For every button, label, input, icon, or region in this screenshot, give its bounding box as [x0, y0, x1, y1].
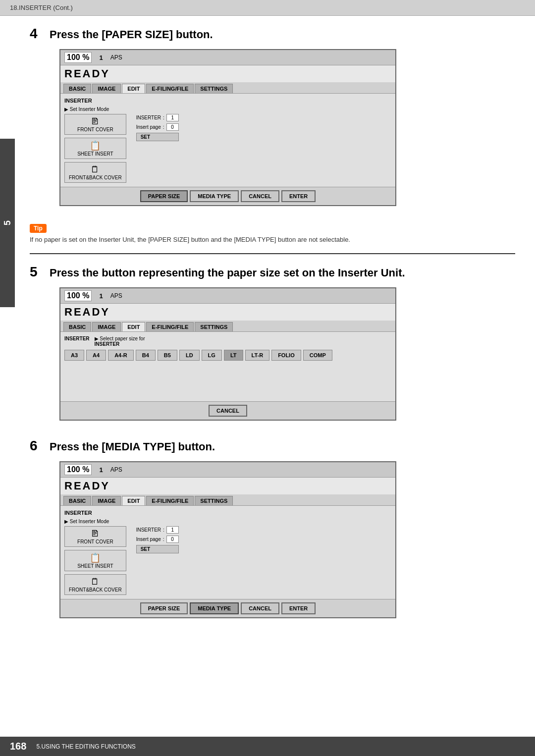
enter-btn[interactable]: ENTER	[281, 190, 316, 202]
cancel-btn[interactable]: CANCEL	[241, 190, 279, 202]
cancel5-btn[interactable]: CANCEL	[209, 405, 247, 417]
screen5-zoom: 100 %	[64, 290, 92, 301]
paper-b5[interactable]: B5	[158, 350, 177, 361]
tab-efiling[interactable]: E-FILING/FILE	[146, 84, 194, 93]
screen6-zoom: 100 %	[64, 464, 92, 475]
tab-settings[interactable]: SETTINGS	[195, 84, 233, 93]
paper-lt[interactable]: LT	[224, 350, 243, 361]
screen6-status: READY	[60, 478, 395, 494]
sheet-insert6-btn[interactable]: 📋 SHEET INSERT	[64, 550, 126, 571]
tab6-efiling[interactable]: E-FILING/FILE	[146, 496, 194, 505]
set-button[interactable]: SET	[136, 133, 179, 141]
tab6-edit[interactable]: EDIT	[122, 496, 145, 505]
screen6-info: INSERTER : 1 Insert page : 0 SET	[136, 526, 179, 595]
accent-number: 5	[2, 220, 13, 225]
tab-edit[interactable]: EDIT	[122, 84, 145, 93]
screen6-aps: APS	[110, 466, 122, 473]
screen5-footer: CANCEL	[60, 401, 395, 420]
tab5-basic[interactable]: BASIC	[63, 322, 91, 331]
paper-ltr[interactable]: LT-R	[245, 350, 270, 361]
paper-a4r[interactable]: A4-R	[108, 350, 134, 361]
screen4-top-bar: 100 % 1 APS	[60, 50, 395, 65]
bottom-bar: 168 5.USING THE EDITING FUNCTIONS	[0, 737, 535, 756]
screen5-status: READY	[60, 304, 395, 321]
screen6-page: 1	[99, 466, 103, 474]
screen4-inserter-label: INSERTER	[64, 98, 391, 104]
screen6-tabs: BASIC IMAGE EDIT E-FILING/FILE SETTINGS	[60, 494, 395, 506]
paper-b4[interactable]: B4	[136, 350, 156, 361]
step4-header: 4 Press the [PAPER SIZE] button.	[30, 26, 515, 42]
step5-number: 5	[30, 264, 44, 280]
screen5-label: INSERTER	[64, 336, 90, 347]
insertpage-value: 0	[166, 123, 179, 131]
screen5-page: 1	[99, 292, 103, 300]
tip-box: Tip If no paper is set on the Inserter U…	[30, 223, 515, 243]
tip-text: If no paper is set on the Inserter Unit,…	[30, 236, 515, 243]
info6-row-insertpage: Insert page : 0	[136, 536, 179, 543]
cancel6-btn[interactable]: CANCEL	[241, 602, 279, 614]
tab5-edit[interactable]: EDIT	[122, 322, 145, 331]
media-type-btn[interactable]: MEDIA TYPE	[190, 190, 239, 202]
front-back6-icon: 🗒	[69, 577, 122, 587]
step4-section: 4 Press the [PAPER SIZE] button. 100 % 1…	[30, 26, 515, 206]
front-back-icon: 🗒	[69, 164, 122, 175]
sheet-insert-icon: 📋	[69, 140, 122, 151]
front-back-cover-btn[interactable]: 🗒 FRONT&BACK COVER	[64, 162, 126, 183]
info-row-insertpage: Insert page : 0	[136, 123, 179, 131]
paper-comp[interactable]: COMP	[303, 350, 332, 361]
tab5-efiling[interactable]: E-FILING/FILE	[146, 322, 194, 331]
tab-basic[interactable]: BASIC	[63, 84, 91, 93]
step6-screen: 100 % 1 APS READY BASIC IMAGE EDIT E-FIL…	[59, 461, 396, 618]
left-accent-bar: 5	[0, 139, 15, 307]
paper-size-btn[interactable]: PAPER SIZE	[140, 190, 188, 202]
inserter-value: 1	[166, 114, 179, 121]
sheet-insert-btn[interactable]: 📋 SHEET INSERT	[64, 138, 126, 159]
paper-a4[interactable]: A4	[86, 350, 106, 361]
tab6-image[interactable]: IMAGE	[92, 496, 121, 505]
paper-a3[interactable]: A3	[64, 350, 84, 361]
step6-header: 6 Press the [MEDIA TYPE] button.	[30, 438, 515, 454]
paper-lg[interactable]: LG	[202, 350, 222, 361]
screen4-page: 1	[99, 54, 103, 61]
front-back6-btn[interactable]: 🗒 FRONT&BACK COVER	[64, 574, 126, 595]
step5-title: Press the button representing the paper …	[50, 267, 405, 279]
info6-row-inserter: INSERTER : 1	[136, 526, 179, 534]
step5-header: 5 Press the button representing the pape…	[30, 264, 515, 280]
tab-image[interactable]: IMAGE	[92, 84, 121, 93]
screen5-sublabel-col: ▶ Select paper size for INSERTER	[95, 336, 145, 347]
step4-title: Press the [PAPER SIZE] button.	[50, 28, 213, 41]
tab6-basic[interactable]: BASIC	[63, 496, 91, 505]
screen4-icons: 🖹 FRONT COVER 📋 SHEET INSERT 🗒 FRONT&BAC…	[64, 114, 126, 183]
media-type6-btn[interactable]: MEDIA TYPE	[190, 602, 239, 614]
paper-size-grid: A3 A4 A4-R B4 B5 LD LG LT LT-R FOLIO COM…	[64, 350, 391, 361]
front-cover-btn[interactable]: 🖹 FRONT COVER	[64, 114, 126, 135]
screen4-inner: 🖹 FRONT COVER 📋 SHEET INSERT 🗒 FRONT&BAC…	[64, 114, 391, 183]
enter6-btn[interactable]: ENTER	[281, 602, 316, 614]
page-number: 168	[10, 741, 26, 752]
screen4-tabs: BASIC IMAGE EDIT E-FILING/FILE SETTINGS	[60, 82, 395, 94]
front-cover6-btn[interactable]: 🖹 FRONT COVER	[64, 526, 126, 547]
paper-size6-btn[interactable]: PAPER SIZE	[140, 602, 188, 614]
screen5-tabs: BASIC IMAGE EDIT E-FILING/FILE SETTINGS	[60, 321, 395, 332]
tab6-settings[interactable]: SETTINGS	[195, 496, 233, 505]
screen6-sublabel: ▶ Set Inserter Mode	[64, 519, 391, 524]
paper-ld[interactable]: LD	[179, 350, 200, 361]
step6-title: Press the [MEDIA TYPE] button.	[50, 440, 215, 453]
paper-folio[interactable]: FOLIO	[271, 350, 301, 361]
step6-number: 6	[30, 438, 44, 454]
step4-number: 4	[30, 26, 44, 42]
set6-button[interactable]: SET	[136, 545, 179, 553]
screen6-icons: 🖹 FRONT COVER 📋 SHEET INSERT 🗒 FRONT&BAC…	[64, 526, 126, 595]
screen4-zoom: 100 %	[64, 52, 92, 63]
screen4-footer: PAPER SIZE MEDIA TYPE CANCEL ENTER	[60, 187, 395, 205]
screen5-aps: APS	[110, 292, 122, 299]
step4-screen: 100 % 1 APS READY BASIC IMAGE EDIT E-FIL…	[59, 49, 396, 206]
step6-section: 6 Press the [MEDIA TYPE] button. 100 % 1…	[30, 438, 515, 618]
bottom-text: 5.USING THE EDITING FUNCTIONS	[36, 743, 135, 750]
screen4-aps: APS	[110, 54, 122, 61]
tab5-settings[interactable]: SETTINGS	[195, 322, 233, 331]
tab5-image[interactable]: IMAGE	[92, 322, 121, 331]
screen4-info: INSERTER : 1 Insert page : 0 SET	[136, 114, 179, 183]
step5-section: 5 Press the button representing the pape…	[30, 264, 515, 421]
page-header: 18.INSERTER (Cont.)	[0, 0, 535, 16]
